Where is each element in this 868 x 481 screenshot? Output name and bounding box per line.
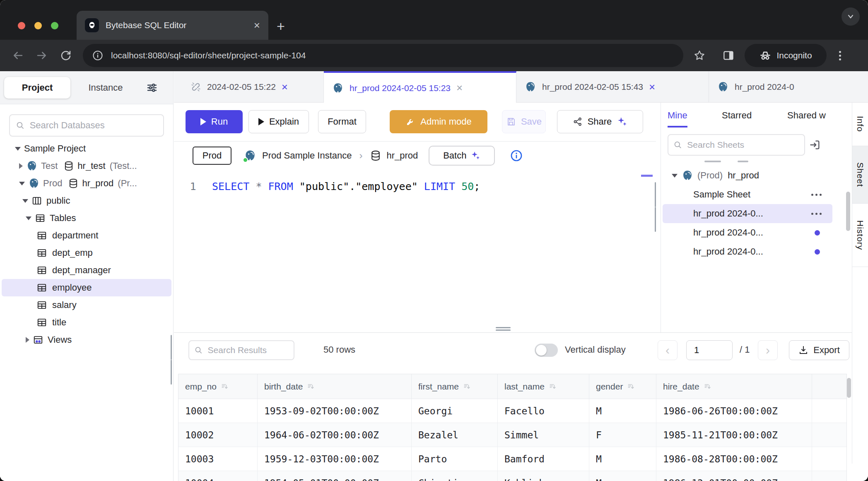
tree-item-table[interactable]: department (0, 227, 173, 244)
table-cell[interactable]: 1959-12-03T00:00:00Z (258, 447, 412, 471)
database-name[interactable]: hr_prod (386, 150, 418, 161)
column-header[interactable]: last_name (498, 374, 589, 399)
tree-item-tables-group[interactable]: Tables (0, 209, 173, 227)
table-cell[interactable]: 10002 (178, 423, 258, 447)
explain-button[interactable]: Explain (248, 110, 309, 133)
sheet-item[interactable]: hr_prod 2024-0... (663, 223, 832, 242)
tree-item-schema[interactable]: public (0, 192, 173, 209)
tree-item-table-selected[interactable]: employee (2, 279, 171, 296)
table-cell[interactable]: 1964-06-02T00:00:00Z (258, 423, 412, 447)
tab-info[interactable]: Info (852, 103, 868, 146)
reload-icon[interactable] (60, 49, 72, 62)
sort-icon[interactable] (627, 382, 635, 391)
tree-item-table[interactable]: salary (0, 296, 173, 314)
table-cell[interactable]: Facello (498, 399, 589, 423)
sort-icon[interactable] (549, 382, 557, 391)
results-resize-handle[interactable] (496, 327, 511, 332)
panel-resize-handle[interactable] (655, 182, 658, 232)
sql-editor[interactable]: 1 SELECT * FROM "public"."employee" LIMI… (174, 170, 656, 332)
info-icon[interactable] (510, 149, 523, 162)
caret-right-icon[interactable] (26, 337, 29, 343)
sheet-menu-icon[interactable] (811, 213, 822, 215)
close-window-button[interactable] (18, 22, 25, 29)
browser-menu-icon[interactable] (839, 49, 841, 62)
results-scrollbar[interactable] (847, 378, 851, 398)
table-cell[interactable]: 1986-08-28T00:00:00Z (656, 447, 812, 471)
caret-down-icon[interactable] (19, 182, 25, 185)
zoom-window-button[interactable] (51, 22, 58, 29)
table-cell[interactable]: Chirstian (412, 471, 498, 481)
worksheet-tab-active[interactable]: hr_prod 2024-02-05 15:23 × (324, 71, 516, 103)
browser-tab[interactable]: Bytebase SQL Editor × (77, 11, 268, 40)
caret-down-icon[interactable] (672, 174, 678, 178)
tree-item-table[interactable]: dept_manager (0, 262, 173, 279)
sort-icon[interactable] (221, 382, 229, 391)
results-search[interactable] (188, 340, 294, 360)
table-cell[interactable]: 1954-05-01T00:00:00Z (258, 471, 412, 481)
tree-item-project[interactable]: Sample Project (0, 140, 173, 157)
bookmark-star-icon[interactable] (693, 49, 706, 62)
forward-icon[interactable] (36, 49, 48, 62)
url-bar[interactable]: localhost:8080/sql-editor/sheet/project-… (83, 44, 683, 67)
caret-right-icon[interactable] (19, 163, 23, 169)
tab-history[interactable]: History (852, 204, 868, 267)
table-cell[interactable]: M (589, 399, 656, 423)
close-worksheet-icon[interactable]: × (282, 81, 288, 94)
sheet-item[interactable]: hr_prod 2024-0... (663, 242, 832, 261)
share-button[interactable]: Share (557, 110, 643, 133)
table-cell[interactable]: M (589, 471, 656, 481)
new-tab-button[interactable]: + (277, 18, 285, 34)
sheet-menu-icon[interactable] (811, 194, 822, 196)
table-cell[interactable]: Parto (412, 447, 498, 471)
table-cell[interactable]: Bezalel (412, 423, 498, 447)
minimize-window-button[interactable] (34, 22, 42, 29)
search-sheets-input[interactable] (687, 140, 799, 150)
worksheet-tab[interactable]: hr_prod 2024-02-05 15:43 × (516, 71, 709, 103)
import-sheet-icon[interactable] (809, 139, 821, 151)
table-cell[interactable]: Simmel (498, 423, 589, 447)
environment-chip[interactable]: Prod (193, 147, 231, 165)
database-search[interactable] (9, 114, 164, 137)
worksheet-tab[interactable]: hr_prod 2024-0 (709, 71, 823, 103)
format-button[interactable]: Format (318, 110, 366, 133)
column-header[interactable]: birth_date (258, 374, 412, 399)
table-cell[interactable]: 10004 (178, 471, 258, 481)
export-button[interactable]: Export (789, 340, 849, 360)
tree-item-table[interactable]: dept_emp (0, 244, 173, 262)
sheet-search[interactable] (668, 134, 805, 156)
table-cell[interactable]: 1986-12-01T00:00:00Z (656, 471, 812, 481)
page-number-input[interactable] (686, 340, 733, 360)
prev-page-button[interactable]: ‹ (658, 340, 678, 360)
next-page-button[interactable]: › (758, 340, 778, 360)
tab-starred[interactable]: Starred (722, 110, 752, 121)
run-button[interactable]: Run (186, 110, 243, 133)
caret-down-icon[interactable] (26, 216, 31, 220)
table-row[interactable]: 100021964-06-02T00:00:00ZBezalelSimmelF1… (178, 423, 846, 447)
tab-instance[interactable]: Instance (70, 82, 141, 93)
sort-icon[interactable] (704, 382, 712, 391)
close-worksheet-icon[interactable]: × (456, 82, 463, 94)
back-icon[interactable] (12, 49, 24, 62)
sheet-item-selected[interactable]: hr_prod 2024-0... (663, 204, 832, 223)
sheet-group[interactable]: (Prod) hr_prod (663, 166, 832, 185)
close-worksheet-icon[interactable]: × (649, 81, 655, 94)
tree-item-database[interactable]: Prod hr_prod (Pr... (0, 175, 173, 192)
sheet-scrollbar[interactable] (846, 192, 850, 231)
table-cell[interactable]: Bamford (498, 447, 589, 471)
table-cell[interactable]: 1986-06-26T00:00:00Z (656, 399, 812, 423)
column-header[interactable]: gender (589, 374, 656, 399)
table-cell[interactable]: 1985-11-21T00:00:00Z (656, 423, 812, 447)
column-header[interactable]: first_name (412, 374, 498, 399)
table-cell[interactable]: Georgi (412, 399, 498, 423)
sheet-item[interactable]: Sample Sheet (663, 185, 832, 204)
table-row[interactable]: 100041954-05-01T00:00:00ZChirstianKoblic… (178, 471, 846, 481)
table-cell[interactable]: 1953-09-02T00:00:00Z (258, 399, 412, 423)
tab-sheet[interactable]: Sheet (852, 146, 868, 204)
caret-down-icon[interactable] (15, 147, 21, 151)
search-databases-input[interactable] (30, 120, 157, 131)
tree-item-table[interactable]: title (0, 314, 173, 331)
table-cell[interactable]: 10001 (178, 399, 258, 423)
tab-project[interactable]: Project (4, 77, 70, 99)
caret-down-icon[interactable] (22, 199, 28, 203)
table-cell[interactable]: Koblick (498, 471, 589, 481)
